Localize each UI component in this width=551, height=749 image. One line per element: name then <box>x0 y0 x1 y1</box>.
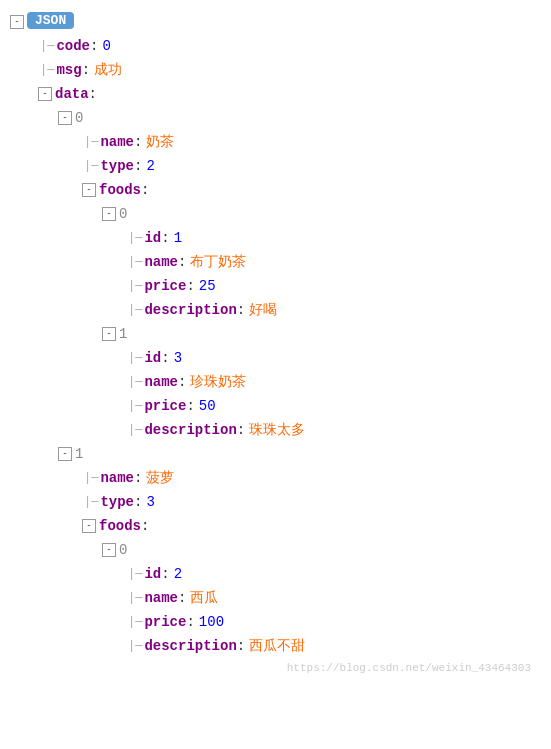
d0-food-0-row: - 0 <box>102 202 541 226</box>
data-item-0-index: 0 <box>75 110 83 126</box>
d0-f1-name-row: |— name : 珍珠奶茶 <box>102 370 541 394</box>
d1-f0-price-row: |— price : 100 <box>102 610 541 634</box>
d0-foods-toggle[interactable]: - <box>82 183 96 197</box>
d0-f0-price-row: |— price : 25 <box>102 274 541 298</box>
d0-name-row: |— name : 奶茶 <box>58 130 541 154</box>
msg-value: 成功 <box>94 61 122 79</box>
d1-f0-desc-row: |— description : 西瓜不甜 <box>102 634 541 658</box>
d1-foods-row: - foods : <box>58 514 541 538</box>
d1-food-0-row: - 0 <box>102 538 541 562</box>
data-row: - data : <box>10 82 541 106</box>
json-badge: JSON <box>27 12 74 29</box>
d0-type-row: |— type : 2 <box>58 154 541 178</box>
data-item-0-toggle[interactable]: - <box>58 111 72 125</box>
code-row: |— code : 0 <box>10 34 541 58</box>
d0-foods-row: - foods : <box>58 178 541 202</box>
data-item-1-row: - 1 <box>58 442 541 466</box>
d1-f0-id-row: |— id : 2 <box>102 562 541 586</box>
d1-name-row: |— name : 菠萝 <box>58 466 541 490</box>
watermark: https://blog.csdn.net/weixin_43464303 <box>10 662 541 674</box>
data-item-1-toggle[interactable]: - <box>58 447 72 461</box>
root-row: - JSON <box>10 10 541 34</box>
d0-f0-desc-row: |— description : 好喝 <box>102 298 541 322</box>
d0-food-1-toggle[interactable]: - <box>102 327 116 341</box>
d1-food-0: - 0 |— id : 2 |— name : 西瓜 |— price : 10… <box>58 538 541 658</box>
data-item-0-row: - 0 <box>58 106 541 130</box>
d0-food-0-toggle[interactable]: - <box>102 207 116 221</box>
d0-name-value: 奶茶 <box>146 133 174 151</box>
d1-f0-name-row: |— name : 西瓜 <box>102 586 541 610</box>
msg-row: |— msg : 成功 <box>10 58 541 82</box>
d0-type-key: type <box>100 158 134 174</box>
data-toggle[interactable]: - <box>38 87 52 101</box>
d0-f0-name-row: |— name : 布丁奶茶 <box>102 250 541 274</box>
d0-name-key: name <box>100 134 134 150</box>
root-toggle[interactable]: - <box>10 15 24 29</box>
code-value: 0 <box>102 38 110 54</box>
d0-food-1: - 1 |— id : 3 |— name : 珍珠奶茶 |— price : … <box>58 322 541 442</box>
d0-f1-price-row: |— price : 50 <box>102 394 541 418</box>
d0-foods-key: foods <box>99 182 141 198</box>
d0-type-value: 2 <box>146 158 154 174</box>
code-key: code <box>56 38 90 54</box>
d0-f1-id-row: |— id : 3 <box>102 346 541 370</box>
d0-f0-id-row: |— id : 1 <box>102 226 541 250</box>
data-item-1: - 1 |— name : 菠萝 |— type : 3 - foods : - <box>10 442 541 658</box>
data-item-0: - 0 |— name : 奶茶 |— type : 2 - foods : - <box>10 106 541 442</box>
d0-food-0: - 0 |— id : 1 |— name : 布丁奶茶 |— price : … <box>58 202 541 322</box>
d1-food-0-toggle[interactable]: - <box>102 543 116 557</box>
msg-key: msg <box>56 62 81 78</box>
d0-food-1-row: - 1 <box>102 322 541 346</box>
data-key: data <box>55 86 89 102</box>
data-item-1-index: 1 <box>75 446 83 462</box>
json-viewer: - JSON |— code : 0 |— msg : 成功 - data : … <box>10 10 541 658</box>
d1-type-row: |— type : 3 <box>58 490 541 514</box>
d0-f1-desc-row: |— description : 珠珠太多 <box>102 418 541 442</box>
d1-foods-toggle[interactable]: - <box>82 519 96 533</box>
